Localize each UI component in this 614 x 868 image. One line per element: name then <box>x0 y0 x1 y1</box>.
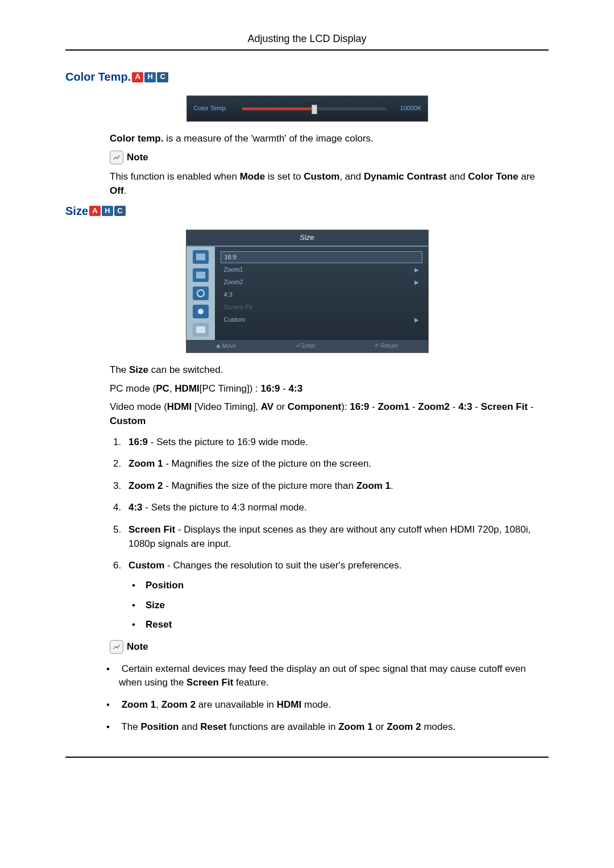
svg-rect-4 <box>196 326 205 333</box>
hint-return: ↶ Return <box>375 342 398 351</box>
divider <box>65 49 549 51</box>
size-option-zoom1[interactable]: Zoom1▶ <box>221 264 422 276</box>
list-item: Custom - Changes the resolution to suit … <box>124 559 549 632</box>
list-item: Certain external devices may feed the di… <box>119 662 549 690</box>
list-item: Zoom 2 - Magnifies the size of the pictu… <box>124 479 549 493</box>
svg-rect-1 <box>196 272 205 279</box>
list-item: Position <box>146 579 549 593</box>
size-option-4-3[interactable]: 4:3 <box>221 289 422 301</box>
size-notes: Certain external devices may feed the di… <box>110 662 549 734</box>
heading-size: Size A H C <box>65 203 549 219</box>
page-header: Adjusting the LCD Display <box>65 31 549 46</box>
slider-label: Color Temp. <box>194 104 242 113</box>
list-item: Reset <box>146 618 549 632</box>
hint-enter: ⏎ Enter <box>296 342 316 351</box>
clock-tab-icon[interactable] <box>193 286 209 300</box>
note-icon <box>110 151 123 164</box>
list-item: Zoom 1, Zoom 2 are unavailable in HDMI m… <box>119 698 549 712</box>
size-menu-panel: Size 16:9 Zoom1▶ Zoom2▶ 4:3 Screen Fit C… <box>186 230 429 353</box>
slider-track[interactable] <box>242 107 387 110</box>
size-option-custom[interactable]: Custom▶ <box>221 314 422 326</box>
size-switch-line: The Size can be switched. <box>110 363 549 377</box>
slider-thumb[interactable] <box>312 105 317 114</box>
list-item: Size <box>146 599 549 613</box>
note-icon <box>110 640 123 654</box>
size-menu-sidebar <box>186 247 215 340</box>
svg-point-3 <box>198 309 204 314</box>
size-video-mode-line: Video mode (HDMI [Video Timing], AV or C… <box>110 400 549 428</box>
badge-a-icon: A <box>89 206 101 216</box>
chevron-right-icon: ▶ <box>414 279 419 287</box>
heading-color-temp: Color Temp. A H C <box>65 69 549 85</box>
size-menu-list: 16:9 Zoom1▶ Zoom2▶ 4:3 Screen Fit Custom… <box>215 247 428 340</box>
chevron-right-icon: ▶ <box>414 316 419 325</box>
sound-tab-icon[interactable] <box>193 268 209 282</box>
hint-move: ◆ Move <box>216 342 236 351</box>
divider <box>65 757 549 758</box>
heading-label: Size <box>65 203 88 219</box>
custom-sub-list: Position Size Reset <box>128 579 549 632</box>
list-item: The Position and Reset functions are ava… <box>119 720 549 734</box>
list-item: Screen Fit - Displays the input scenes a… <box>124 523 549 551</box>
setup-tab-icon[interactable] <box>193 305 209 318</box>
size-options-list: 16:9 - Sets the picture to 16:9 wide mod… <box>110 435 549 632</box>
size-option-screen-fit: Screen Fit <box>221 302 422 313</box>
size-option-16-9[interactable]: 16:9 <box>221 251 422 264</box>
badge-h-icon: H <box>102 206 113 216</box>
badge-c-icon: C <box>157 72 168 82</box>
badge-h-icon: H <box>144 72 156 82</box>
heading-label: Color Temp. <box>65 69 131 85</box>
list-item: 16:9 - Sets the picture to 16:9 wide mod… <box>124 435 549 450</box>
slider-value: 10000K <box>393 104 422 113</box>
svg-rect-0 <box>196 254 205 260</box>
svg-point-2 <box>197 290 204 297</box>
color-temp-desc: Color temp. is a measure of the 'warmth'… <box>110 132 549 146</box>
note-label: Note <box>127 151 148 165</box>
color-temp-term: Color temp. <box>110 133 163 144</box>
badge-a-icon: A <box>132 72 143 82</box>
size-pc-mode-line: PC mode (PC, HDMI[PC Timing]) : 16:9 - 4… <box>110 382 549 396</box>
size-menu-footer: ◆ Move ⏎ Enter ↶ Return <box>186 340 428 353</box>
picture-tab-icon[interactable] <box>193 250 209 264</box>
color-temp-slider-panel: Color Temp. 10000K <box>186 95 428 122</box>
color-temp-note: This function is enabled when Mode is se… <box>110 170 549 198</box>
list-item: 4:3 - Sets the picture to 4:3 normal mod… <box>124 501 549 515</box>
size-menu-title: Size <box>186 230 428 247</box>
chevron-right-icon: ▶ <box>414 266 419 275</box>
size-option-zoom2[interactable]: Zoom2▶ <box>221 277 422 288</box>
badge-c-icon: C <box>114 206 126 216</box>
input-tab-icon[interactable] <box>193 323 209 337</box>
list-item: Zoom 1 - Magnifies the size of the pictu… <box>124 457 549 471</box>
note-label: Note <box>127 640 148 654</box>
slider-fill <box>242 107 314 110</box>
